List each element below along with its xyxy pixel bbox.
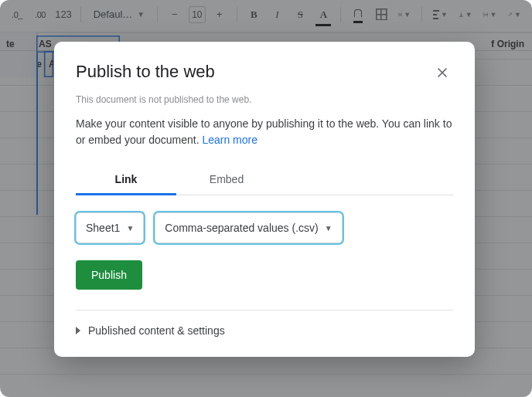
sheet-select[interactable]: Sheet1 ▼ [76, 212, 144, 243]
chevron-down-icon: ▼ [325, 224, 332, 232]
close-button[interactable] [431, 62, 453, 83]
tab-link[interactable]: Link [76, 165, 176, 195]
close-icon [436, 66, 448, 79]
sheet-select-value: Sheet1 [86, 222, 120, 234]
format-select[interactable]: Comma-separated values (.csv) ▼ [155, 212, 342, 243]
publish-dialog: Publish to the web This document is not … [54, 42, 475, 357]
dialog-tabs: Link Embed [76, 165, 453, 195]
dialog-description: Make your content visible to anyone by p… [76, 116, 453, 148]
divider [76, 310, 453, 310]
tab-embed[interactable]: Embed [176, 165, 277, 195]
caret-right-icon [76, 327, 80, 334]
publish-options-row: Sheet1 ▼ Comma-separated values (.csv) ▼ [76, 212, 453, 243]
format-select-value: Comma-separated values (.csv) [165, 222, 318, 234]
expander-label: Published content & settings [88, 324, 225, 337]
dialog-title: Publish to the web [76, 62, 215, 82]
publish-status-text: This document is not published to the we… [76, 94, 453, 105]
published-content-settings-expander[interactable]: Published content & settings [76, 321, 453, 341]
learn-more-link[interactable]: Learn more [202, 134, 257, 146]
dialog-description-text: Make your content visible to anyone by p… [76, 117, 452, 146]
chevron-down-icon: ▼ [126, 224, 134, 232]
publish-button[interactable]: Publish [76, 260, 142, 290]
